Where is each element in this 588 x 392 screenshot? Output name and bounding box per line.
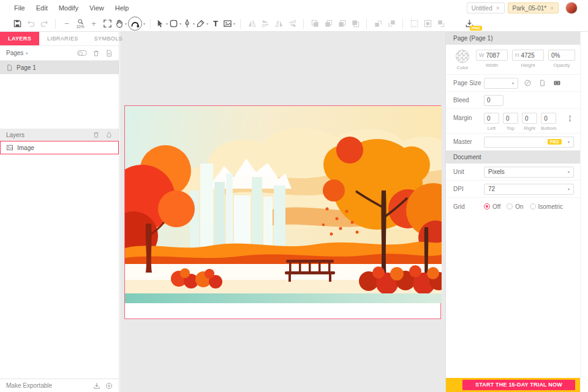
document-tabs: Untitled × Park_05-01* × (467, 2, 559, 13)
orientation-none-button[interactable] (522, 78, 533, 88)
freehand-tool-button[interactable]: ▾ (128, 17, 145, 31)
toolbar-separator (366, 19, 367, 29)
save-button[interactable] (11, 17, 23, 31)
send-backward-button[interactable] (385, 17, 398, 31)
style-icon[interactable] (105, 131, 113, 138)
marker-tool-button[interactable]: ▾ (196, 17, 208, 31)
margin-right-input[interactable]: 0 (522, 113, 537, 124)
page-item-label: Page 1 (17, 64, 36, 71)
start-trial-button[interactable]: START THE 15-DAY TRIAL NOW (462, 380, 575, 390)
menu-view[interactable]: View (84, 4, 110, 12)
page-opacity-input[interactable]: 0% (548, 50, 575, 61)
pages-label[interactable]: Pages (6, 50, 23, 56)
pro-badge: PRO (470, 26, 482, 31)
close-icon[interactable]: × (550, 5, 554, 12)
document-tab-label: Park_05-01* (513, 5, 547, 12)
export-button[interactable]: PRO (463, 17, 475, 31)
margin-label: Margin (453, 115, 484, 121)
page-size-dropdown[interactable]: ▾ (484, 78, 518, 89)
menu-file[interactable]: File (9, 4, 31, 12)
user-avatar[interactable] (565, 2, 578, 14)
text-tool-button[interactable]: T (209, 17, 222, 31)
margin-bottom-input[interactable]: 0 (541, 113, 556, 124)
export-small-icon[interactable] (93, 382, 100, 390)
unit-dropdown[interactable]: Pixels ▾ (484, 167, 574, 178)
scrollbar-gutter[interactable] (580, 32, 588, 392)
menu-modify[interactable]: Modify (53, 4, 84, 12)
chevron-down-icon: ▾ (564, 140, 570, 144)
align-left-button[interactable] (273, 17, 285, 31)
zoom-value: 10% (76, 25, 84, 29)
union-button[interactable] (309, 17, 321, 31)
document-tab-park[interactable]: Park_05-01* × (508, 2, 559, 13)
margin-left-input[interactable]: 0 (484, 113, 499, 124)
dpi-dropdown[interactable]: 72 ▾ (484, 184, 574, 195)
grid-on-label: On (515, 203, 523, 210)
add-export-icon[interactable] (105, 382, 113, 390)
margin-left-label: Left (488, 126, 496, 131)
group-button[interactable] (435, 17, 447, 31)
fit-screen-button[interactable] (101, 17, 113, 31)
width-label: Width (486, 62, 498, 68)
toolbar-separator (150, 19, 151, 29)
flip-horizontal-button[interactable] (246, 17, 258, 31)
trash-icon[interactable] (92, 50, 100, 57)
radio-icon (530, 203, 536, 209)
grid-radio-on[interactable]: On (507, 203, 523, 210)
subtract-button[interactable] (322, 17, 334, 31)
intersect-button[interactable] (336, 17, 348, 31)
pages-toggle[interactable] (77, 50, 87, 56)
orientation-portrait-button[interactable] (537, 78, 548, 88)
zoom-out-button[interactable]: − (61, 17, 73, 31)
redo-button[interactable] (38, 17, 50, 31)
flip-vertical-button[interactable] (259, 17, 271, 31)
mask-button[interactable] (421, 17, 434, 31)
tab-libraries[interactable]: LIBRARIES (39, 32, 86, 45)
zoom-in-button[interactable]: + (88, 17, 100, 31)
master-dropdown[interactable]: PRO ▾ (484, 137, 574, 148)
undo-button[interactable] (24, 17, 37, 31)
link-margins-icon[interactable] (566, 115, 574, 124)
image-tool-button[interactable]: ▾ (223, 17, 235, 31)
pan-tool-button[interactable]: ▾ (115, 17, 127, 31)
exclude-button[interactable] (349, 17, 361, 31)
grid-radio-isometric[interactable]: Isometric (530, 203, 564, 210)
toolbar-separator (402, 19, 403, 29)
tab-symbols[interactable]: SYMBOLS (86, 32, 130, 45)
document-tab-untitled[interactable]: Untitled × (467, 2, 505, 13)
page-size-label: Page Size (453, 80, 484, 86)
left-panel: LAYERS LIBRARIES SYMBOLS Pages ▾ Page 1 … (0, 32, 119, 392)
pointer-tool-button[interactable]: ▾ (156, 17, 168, 31)
bleed-input[interactable]: 0 (484, 95, 503, 106)
align-top-button[interactable] (286, 17, 298, 31)
page-color-swatch[interactable] (456, 50, 469, 63)
artboard[interactable] (124, 105, 441, 319)
menu-help[interactable]: Help (110, 4, 135, 12)
margin-row: Margin 0 Left 0 Top 0 Right 0 Bottom (446, 109, 580, 134)
borders-button[interactable] (408, 17, 420, 31)
margin-top-input[interactable]: 0 (503, 113, 518, 124)
tab-layers[interactable]: LAYERS (0, 32, 39, 45)
shape-tool-button[interactable]: ▾ (169, 17, 181, 31)
bleed-label: Bleed (453, 97, 484, 104)
trash-icon[interactable] (92, 131, 100, 138)
page-list-item[interactable]: Page 1 (0, 61, 119, 74)
pen-tool-button[interactable]: ▾ (183, 17, 195, 31)
grid-radio-off[interactable]: Off (484, 203, 500, 210)
canvas-area[interactable] (120, 32, 445, 392)
add-page-icon[interactable] (105, 50, 113, 57)
pro-badge: PRO (548, 139, 562, 145)
close-icon[interactable]: × (496, 5, 500, 12)
page-size-row: Page Size ▾ (446, 75, 580, 92)
page-width-input[interactable]: W 7087 (476, 50, 508, 61)
menu-edit[interactable]: Edit (31, 4, 53, 12)
layer-item-image[interactable]: Image (0, 141, 119, 154)
opacity-label: Opacity (553, 62, 570, 68)
master-row: Master PRO ▾ (446, 134, 580, 151)
zoom-level[interactable]: 10% (74, 17, 86, 31)
bring-forward-button[interactable] (372, 17, 384, 31)
page-height-input[interactable]: H 4725 (512, 50, 544, 61)
toolbar-separator (240, 19, 241, 29)
orientation-landscape-button[interactable] (551, 78, 562, 88)
page-dimensions-row: Color W 7087 Width H 4725 Height 0% (446, 45, 580, 75)
